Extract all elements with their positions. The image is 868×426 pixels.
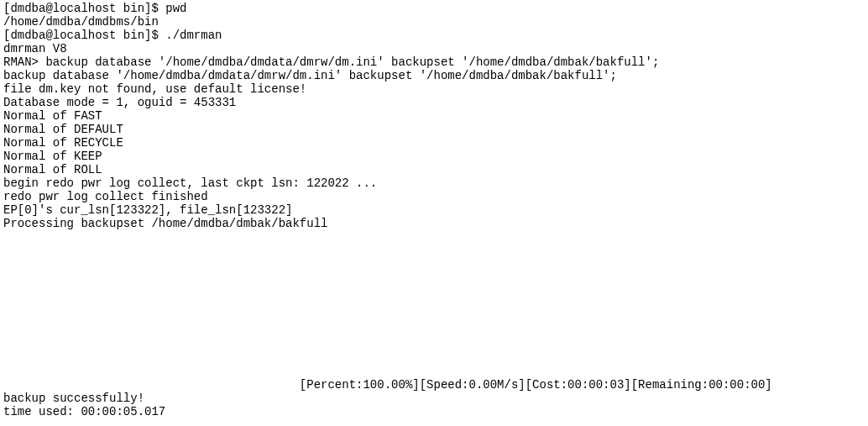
line: [Percent:100.00%][Speed:0.00M/s][Cost:00… bbox=[3, 378, 772, 392]
line: [dmdba@localhost bin]$ ./dmrman bbox=[3, 29, 222, 42]
line: EP[0]'s cur_lsn[123322], file_lsn[123322… bbox=[3, 203, 292, 217]
line: begin redo pwr log collect, last ckpt ls… bbox=[3, 176, 377, 190]
line: RMAN> backup database '/home/dmdba/dmdat… bbox=[3, 55, 659, 69]
line: Normal of FAST bbox=[3, 109, 102, 123]
line: time used: 00:00:05.017 bbox=[3, 405, 165, 418]
line: dmrman V8 bbox=[3, 42, 67, 55]
line: Normal of RECYCLE bbox=[3, 136, 123, 150]
line: Processing backupset /home/dmdba/dmbak/b… bbox=[3, 217, 327, 230]
line: /home/dmdba/dmdbms/bin bbox=[3, 15, 159, 29]
terminal-output: [dmdba@localhost bin]$ pwd /home/dmdba/d… bbox=[0, 0, 868, 420]
line: Normal of DEFAULT bbox=[3, 123, 123, 136]
line: Database mode = 1, oguid = 453331 bbox=[3, 96, 236, 109]
line: file dm.key not found, use default licen… bbox=[3, 82, 306, 96]
line: backup successfully! bbox=[3, 392, 144, 405]
line: redo pwr log collect finished bbox=[3, 190, 208, 203]
line: backup database '/home/dmdba/dmdata/dmrw… bbox=[3, 69, 617, 82]
line: [dmdba@localhost bin]$ pwd bbox=[3, 2, 186, 15]
line: Normal of KEEP bbox=[3, 150, 102, 163]
line: Normal of ROLL bbox=[3, 163, 102, 176]
